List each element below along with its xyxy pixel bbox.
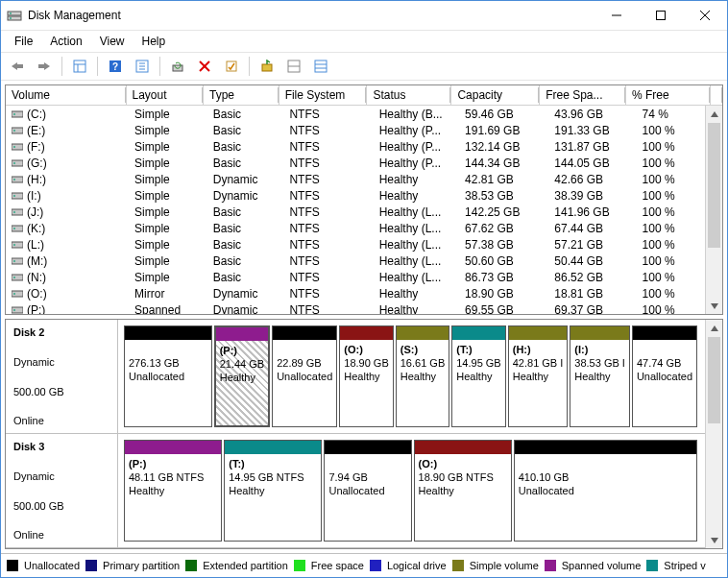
cell-capacity: 57.38 GB: [459, 238, 548, 252]
graphical-scrollbar[interactable]: [705, 320, 722, 548]
partition[interactable]: 410.10 GBUnallocated: [514, 440, 697, 542]
svg-rect-47: [12, 258, 23, 264]
menu-view[interactable]: View: [92, 33, 133, 50]
col-pct-free[interactable]: % Free: [626, 85, 711, 105]
cell-type: Basic: [207, 157, 284, 170]
menu-help[interactable]: Help: [134, 33, 174, 50]
partition[interactable]: (P:)48.11 GB NTFSHealthy: [124, 440, 222, 542]
cell-fs: NTFS: [283, 254, 373, 268]
legend-label: Unallocated: [24, 560, 80, 571]
volume-row[interactable]: (I:)SimpleDynamicNTFSHealthy38.53 GB38.3…: [6, 187, 722, 204]
volume-row[interactable]: (C:)SimpleBasicNTFSHealthy (B...59.46 GB…: [6, 106, 722, 122]
cell-free: 18.81 GB: [548, 287, 636, 301]
scroll-thumb[interactable]: [708, 123, 720, 248]
properties-button[interactable]: [219, 54, 244, 79]
scroll-thumb[interactable]: [708, 337, 720, 423]
cell-fs: NTFS: [283, 173, 373, 186]
col-volume[interactable]: Volume: [6, 85, 127, 105]
partition[interactable]: 47.74 GBUnallocated: [632, 325, 697, 427]
volume-row[interactable]: (M:)SimpleBasicNTFSHealthy (L...50.60 GB…: [6, 253, 722, 269]
scroll-up-icon[interactable]: [706, 106, 722, 122]
disk-info[interactable]: Disk 3Dynamic500.00 GBOnline: [6, 434, 118, 547]
volume-list-button[interactable]: [255, 54, 279, 79]
volume-row[interactable]: (F:)SimpleBasicNTFSHealthy (P...132.14 G…: [6, 138, 722, 155]
partition[interactable]: (H:)42.81 GB IHealthy: [508, 325, 569, 427]
partition[interactable]: (I:)38.53 GB IHealthy: [570, 325, 630, 427]
volume-list-header: Volume Layout Type File System Status Ca…: [6, 85, 722, 106]
svg-point-46: [13, 244, 15, 246]
cell-free: 67.44 GB: [548, 222, 636, 235]
volume-row[interactable]: (L:)SimpleBasicNTFSHealthy (L...57.38 GB…: [6, 236, 722, 253]
menu-file[interactable]: File: [7, 33, 40, 50]
partition[interactable]: 22.89 GBUnallocated: [272, 325, 337, 427]
list-view-button[interactable]: [308, 54, 333, 79]
cell-status: Healthy: [374, 287, 459, 301]
cell-status: Healthy: [374, 173, 459, 186]
partition-color-stripe: [216, 327, 268, 341]
volume-row[interactable]: (G:)SimpleBasicNTFSHealthy (P...144.34 G…: [6, 155, 722, 171]
menu-action[interactable]: Action: [42, 33, 89, 50]
partition[interactable]: (T:)14.95 GBHealthy: [451, 325, 505, 427]
toolbar: ?: [1, 52, 727, 81]
maximize-button[interactable]: [639, 1, 683, 30]
forward-button[interactable]: [32, 54, 57, 79]
col-filesystem[interactable]: File System: [279, 85, 368, 105]
col-capacity[interactable]: Capacity: [451, 85, 540, 105]
volume-row[interactable]: (O:)MirrorDynamicNTFSHealthy18.90 GB18.8…: [6, 285, 722, 301]
cell-fs: NTFS: [283, 108, 373, 121]
svg-rect-9: [38, 64, 44, 68]
partition[interactable]: (O:)18.90 GBHealthy: [339, 325, 393, 427]
volume-row[interactable]: (K:)SimpleBasicNTFSHealthy (L...67.62 GB…: [6, 220, 722, 236]
partition-body: (I:)38.53 GB IHealthy: [570, 340, 629, 426]
partition[interactable]: (S:)16.61 GBHealthy: [396, 325, 449, 427]
cell-status: Healthy (P...: [374, 124, 459, 137]
partition[interactable]: (T:)14.95 GB NTFSHealthy: [224, 440, 322, 542]
partition-body: (P:)21.44 GBHealthy: [216, 341, 268, 425]
volume-row[interactable]: (E:)SimpleBasicNTFSHealthy (P...191.69 G…: [6, 122, 722, 138]
volume-list-body[interactable]: (C:)SimpleBasicNTFSHealthy (B...59.46 GB…: [6, 106, 722, 314]
volume-row[interactable]: (N:)SimpleBasicNTFSHealthy (L...86.73 GB…: [6, 269, 722, 285]
close-button[interactable]: [683, 1, 727, 30]
scroll-down-icon[interactable]: [706, 298, 722, 314]
col-type[interactable]: Type: [204, 85, 279, 105]
settings-button[interactable]: [130, 54, 155, 79]
graphical-view-button[interactable]: [281, 54, 306, 79]
delete-button[interactable]: [192, 54, 217, 79]
partition[interactable]: (P:)21.44 GBHealthy: [214, 325, 270, 427]
help-button[interactable]: ?: [103, 54, 128, 79]
cell-capacity: 42.81 GB: [459, 173, 548, 186]
app-icon: [7, 8, 22, 23]
cell-fs: NTFS: [283, 140, 373, 154]
scroll-down-icon[interactable]: [706, 532, 722, 548]
cell-volume: (L:): [6, 238, 129, 252]
col-spacer: [711, 85, 722, 105]
scroll-up-icon[interactable]: [706, 320, 722, 336]
volume-list-scrollbar[interactable]: [705, 106, 722, 314]
volume-row[interactable]: (H:)SimpleDynamicNTFSHealthy42.81 GB42.6…: [6, 171, 722, 187]
partition-color-stripe: [125, 441, 221, 454]
partition[interactable]: (O:)18.90 GB NTFSHealthy: [414, 440, 512, 542]
minimize-button[interactable]: [595, 1, 639, 30]
partition[interactable]: 276.13 GBUnallocated: [124, 325, 212, 427]
col-status[interactable]: Status: [367, 85, 451, 105]
titlebar: Disk Management: [1, 1, 727, 31]
col-layout[interactable]: Layout: [127, 85, 205, 105]
volume-row[interactable]: (P:)SpannedDynamicNTFSHealthy69.55 GB69.…: [6, 301, 722, 314]
show-hide-console-tree-button[interactable]: [67, 54, 92, 79]
svg-rect-22: [227, 61, 236, 71]
partition[interactable]: 7.94 GBUnallocated: [324, 440, 411, 542]
cell-status: Healthy (P...: [374, 140, 459, 154]
disk-info[interactable]: Disk 2Dynamic500.00 GBOnline: [6, 320, 118, 433]
legend-label: Striped v: [664, 560, 705, 571]
cell-type: Basic: [207, 238, 284, 252]
partition-body: (H:)42.81 GB IHealthy: [509, 340, 568, 426]
svg-point-3: [10, 17, 12, 19]
partition-color-stripe: [397, 326, 449, 340]
refresh-button[interactable]: [165, 54, 190, 79]
cell-status: Healthy: [374, 303, 459, 315]
back-button[interactable]: [5, 54, 30, 79]
cell-layout: Simple: [129, 222, 207, 235]
cell-type: Basic: [207, 124, 284, 137]
col-free[interactable]: Free Spa...: [540, 85, 626, 105]
volume-row[interactable]: (J:)SimpleBasicNTFSHealthy (L...142.25 G…: [6, 204, 722, 220]
